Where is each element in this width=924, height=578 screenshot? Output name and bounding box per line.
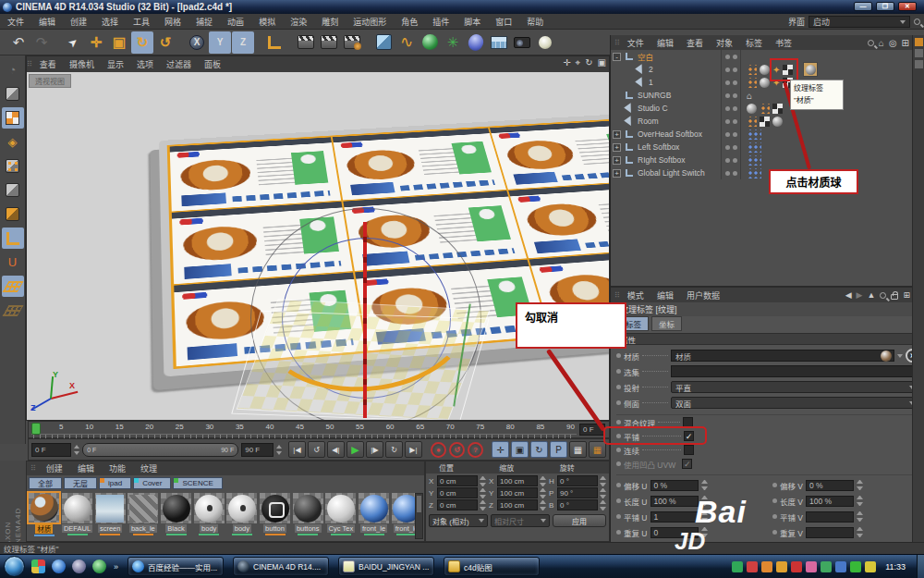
visibility-dot-icon[interactable] xyxy=(733,80,737,85)
frame-start-field[interactable]: 0 F xyxy=(31,443,71,457)
material-tag-icon[interactable] xyxy=(747,104,757,114)
viewport-menu-item[interactable]: 面板 xyxy=(198,60,227,69)
camera-icon[interactable] xyxy=(511,31,533,54)
material-swatch[interactable]: Cyc Tex xyxy=(324,492,358,536)
material-ball-icon[interactable] xyxy=(29,493,59,523)
length-v-field[interactable]: 100 % xyxy=(806,496,854,507)
coordinate-system-icon[interactable] xyxy=(263,31,286,54)
object-row[interactable]: Studio C xyxy=(611,102,924,115)
object-manager-menu-item[interactable]: 书签 xyxy=(769,39,798,48)
visibility-dot-icon[interactable] xyxy=(733,68,737,72)
material-ball-icon[interactable] xyxy=(325,493,356,523)
frame-end-spinner[interactable] xyxy=(276,445,282,455)
tray-icon[interactable] xyxy=(761,561,772,572)
display-tag-icon[interactable] xyxy=(747,117,757,127)
attribute-manager-menu-item[interactable]: 用户数据 xyxy=(680,291,726,301)
viewport-menu-item[interactable]: 查看 xyxy=(33,60,63,69)
anim-dot-icon[interactable] xyxy=(616,400,621,405)
menu-item[interactable]: 运动图形 xyxy=(346,18,394,27)
display-tag-icon[interactable] xyxy=(747,65,757,75)
loop-button[interactable]: ↻ xyxy=(385,441,403,458)
tray-icon[interactable] xyxy=(791,561,802,572)
visibility-dot-icon[interactable] xyxy=(725,55,730,59)
spinner[interactable] xyxy=(480,476,486,486)
lock-y-axis-icon[interactable]: Y xyxy=(209,31,231,54)
object-manager-menu-item[interactable]: 编辑 xyxy=(650,39,680,48)
object-name[interactable]: Room xyxy=(636,117,721,126)
material-swatch[interactable]: buttons xyxy=(291,492,324,536)
restore-button[interactable]: ❐ xyxy=(876,2,894,11)
protection-tag-icon[interactable]: ⌂ xyxy=(747,91,752,101)
polygons-mode-icon[interactable] xyxy=(2,203,24,225)
search-icon[interactable] xyxy=(880,292,886,299)
material-swatch[interactable]: DEFAUL xyxy=(61,492,94,536)
menu-item[interactable]: 网格 xyxy=(157,18,188,27)
floor-icon[interactable] xyxy=(488,31,510,54)
object-axis-mode-icon[interactable] xyxy=(2,228,24,249)
undo-icon[interactable]: ↶ xyxy=(7,31,30,54)
lock-x-axis-icon[interactable]: X xyxy=(186,31,208,54)
object-row[interactable]: Room xyxy=(611,115,924,128)
material-menu-item[interactable]: 功能 xyxy=(102,464,133,473)
object-name[interactable]: Left Softbox xyxy=(636,142,721,152)
anim-dot-icon[interactable] xyxy=(616,461,621,466)
taskbar-button[interactable]: 百度经验——实用... xyxy=(128,557,224,576)
expander-icon[interactable]: + xyxy=(613,169,621,178)
lock-z-axis-icon[interactable]: Z xyxy=(232,31,254,54)
anim-dot-icon[interactable] xyxy=(616,385,621,389)
compositing-tag-icon[interactable] xyxy=(747,129,761,140)
object-manager-menu-item[interactable]: 文件 xyxy=(621,39,650,48)
visibility-dot-icon[interactable] xyxy=(725,106,730,111)
object-row[interactable]: 2✦ xyxy=(611,63,924,76)
object-manager-menu-item[interactable]: 对象 xyxy=(710,39,739,48)
scale-x-field[interactable]: 100 cm xyxy=(497,475,538,486)
object-manager-menu-item[interactable]: 标签 xyxy=(739,39,769,48)
drag-grip-icon[interactable]: ⠿ xyxy=(614,291,619,300)
camera-link-icon[interactable]: ◎ xyxy=(889,38,897,48)
material-tag-icon[interactable] xyxy=(772,117,783,127)
last-tool-icon[interactable]: ↺ xyxy=(154,31,176,54)
tab-coordinates[interactable]: 坐标 xyxy=(651,316,682,331)
rot-p-field[interactable]: 90 ° xyxy=(557,487,598,498)
goto-end-button[interactable]: ▶| xyxy=(405,441,422,458)
object-row[interactable]: SUNRGB⌂ xyxy=(611,89,924,102)
spline-pen-icon[interactable]: ∿ xyxy=(395,31,418,54)
show-desktop-button[interactable] xyxy=(917,555,924,578)
tray-icon[interactable] xyxy=(865,561,876,572)
material-swatch[interactable]: back_le xyxy=(127,492,160,536)
quick-launch-icon[interactable] xyxy=(52,560,66,573)
model-mode-icon[interactable] xyxy=(2,83,24,105)
play-button[interactable]: ▶ xyxy=(346,441,364,458)
search-icon[interactable] xyxy=(868,40,874,46)
compositing-tag-icon[interactable] xyxy=(747,142,761,153)
selection-field[interactable] xyxy=(671,365,919,377)
key-rotation-toggle[interactable]: ↻ xyxy=(530,441,548,458)
tray-icon[interactable] xyxy=(835,561,846,572)
object-name[interactable]: 空白 xyxy=(636,51,721,62)
render-picture-viewer-icon[interactable] xyxy=(318,31,340,54)
visibility-dot-icon[interactable] xyxy=(725,132,730,137)
material-swatch[interactable]: screen xyxy=(93,492,127,536)
taskbar-button[interactable]: CINEMA 4D R14.... xyxy=(233,557,329,576)
visibility-dot-icon[interactable] xyxy=(733,171,737,176)
menu-item[interactable]: 窗口 xyxy=(488,18,519,27)
frame-spinner[interactable] xyxy=(74,445,79,455)
coord-size-dropdown[interactable]: 相对尺寸 xyxy=(491,514,550,527)
keyframe-selection-button[interactable]: ? xyxy=(468,442,483,458)
material-layer-tab-无层[interactable]: 无层 xyxy=(64,477,97,489)
object-name[interactable]: 2 xyxy=(647,65,721,74)
expander-icon[interactable]: + xyxy=(613,143,621,152)
material-swatch[interactable]: body xyxy=(192,492,225,536)
texture-mode-icon[interactable] xyxy=(2,107,24,129)
object-name[interactable]: SUNRGB xyxy=(636,91,721,100)
live-selection-icon[interactable]: ➤ xyxy=(57,27,89,58)
pos-z-field[interactable]: 0 cm xyxy=(437,499,478,510)
layout-dropdown[interactable]: 启动 xyxy=(808,16,910,28)
autokey-button[interactable]: ↺ xyxy=(449,442,465,458)
display-tag-icon[interactable] xyxy=(747,78,757,88)
timeline-ruler[interactable]: 051015202530354045505560657075808590 0 F xyxy=(28,421,610,438)
scale-y-field[interactable]: 100 cm xyxy=(497,487,538,498)
redo-icon[interactable]: ↷ xyxy=(30,31,53,54)
layer-tab-icon[interactable] xyxy=(915,38,923,46)
minimize-button[interactable]: — xyxy=(854,2,872,11)
